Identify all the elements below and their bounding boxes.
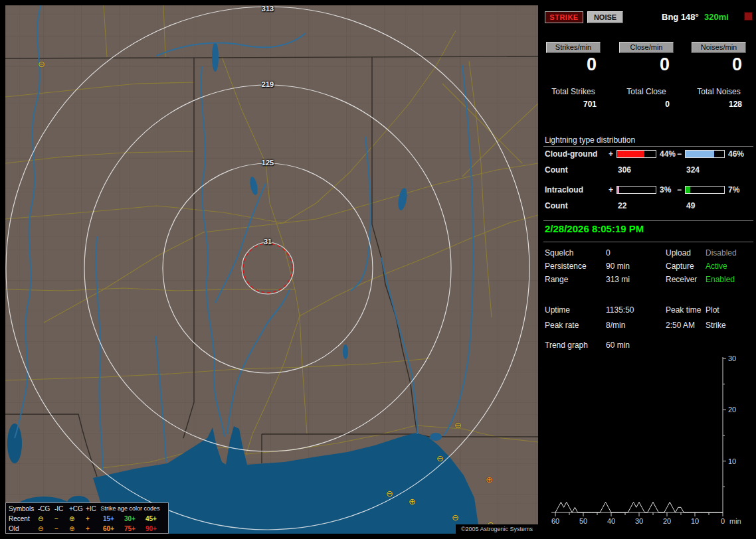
upload-label: Upload <box>666 248 691 258</box>
legend-strike-symbol: ⊕ <box>69 524 74 534</box>
alarm-indicator <box>744 12 753 21</box>
x-tick-label: 20 <box>663 517 671 525</box>
minus-sign: − <box>677 185 682 194</box>
legend-recent-row: Recent⊖−⊕+15+30+45+ <box>6 514 168 524</box>
uptime-value: 1135:50 <box>606 305 634 315</box>
plus-sign: + <box>609 149 613 159</box>
trend-line <box>555 502 723 513</box>
cg-negative-count: 324 <box>686 165 700 175</box>
total-noises-value: 128 <box>692 100 746 109</box>
strikes-per-min-value: 0 <box>546 54 601 74</box>
strike-symbol: ⊕ <box>486 475 493 484</box>
range-ring-label: 125 <box>258 159 277 167</box>
range-ring-label: 219 <box>258 80 277 88</box>
uptime-label: Uptime <box>545 305 570 315</box>
close-per-min-value: 0 <box>619 54 674 74</box>
legend-pos-cg-header: +CG <box>69 504 83 514</box>
total-strikes-value: 701 <box>546 100 601 109</box>
close-per-min-header[interactable]: Close/min <box>619 42 674 53</box>
ic-positive-bar <box>616 186 656 194</box>
x-tick-label: 50 <box>579 517 587 525</box>
cg-negative-pct: 46% <box>728 149 744 159</box>
x-tick-label: 60 <box>551 517 559 525</box>
separator <box>543 146 753 147</box>
bearing-range-readout: 320mi <box>704 13 729 22</box>
ic-negative-bar <box>685 186 725 194</box>
cg-negative-bar <box>685 150 725 158</box>
persistence-label: Persistence <box>545 262 587 271</box>
peak-time-label: Peak time <box>666 305 701 315</box>
legend-age-title: Strike age color codes <box>94 504 167 514</box>
total-strikes-label: Total Strikes <box>546 87 601 96</box>
squelch-label: Squelch <box>545 248 573 258</box>
ic-negative-pct: 7% <box>728 185 739 194</box>
map[interactable]: Symbols -CG -IC +CG +IC Strike age color… <box>5 5 538 534</box>
x-axis-unit: min <box>729 517 741 525</box>
legend-age-code: 15+ <box>103 514 114 524</box>
legend-age-code: 75+ <box>124 524 136 534</box>
y-tick-label: 10 <box>728 457 736 465</box>
legend-row-label: Old <box>9 524 19 534</box>
legend-neg-ic-header: -IC <box>54 504 63 514</box>
strike-symbol: ⊖ <box>386 489 393 498</box>
trend-window-value: 60 min <box>606 341 630 350</box>
plus-sign: + <box>609 185 613 194</box>
squelch-value: 0 <box>606 248 611 258</box>
x-tick-label: 30 <box>635 517 643 525</box>
capture-label: Capture <box>666 262 694 271</box>
ic-positive-count: 22 <box>618 201 626 210</box>
plot-label: Plot <box>706 305 719 315</box>
plot-value: Strike <box>706 321 726 330</box>
noise-button[interactable]: NOISE <box>587 11 623 23</box>
noises-per-min-value: 0 <box>692 54 746 74</box>
legend-strike-symbol: − <box>54 514 58 524</box>
peak-rate-value: 8/min <box>606 321 625 330</box>
ic-count-label: Count <box>545 201 568 210</box>
strikes-per-min-header[interactable]: Strikes/min <box>546 42 601 53</box>
strike-button[interactable]: STRIKE <box>545 11 583 23</box>
legend-strike-symbol: ⊕ <box>69 514 74 524</box>
x-tick-label: 10 <box>691 517 699 525</box>
intracloud-label: Intracloud <box>545 185 583 194</box>
range-value: 313 mi <box>606 275 630 284</box>
bearing-readout: Bng 148° <box>662 13 699 22</box>
total-close-value: 0 <box>619 100 674 109</box>
cg-positive-bar <box>616 150 656 158</box>
cg-positive-pct: 44% <box>660 149 676 159</box>
map-legend: Symbols -CG -IC +CG +IC Strike age color… <box>5 502 169 534</box>
trend-graph: 6050403020100min302010 <box>542 353 756 532</box>
noises-per-min-header[interactable]: Noises/min <box>692 42 746 53</box>
minus-sign: − <box>677 149 682 159</box>
distribution-title: Lightning type distribution <box>545 135 635 145</box>
range-ring-label: 31 <box>258 238 277 246</box>
strike-symbol: ⊖ <box>454 421 462 429</box>
ic-positive-pct: 3% <box>660 185 671 194</box>
separator <box>543 242 753 242</box>
legend-strike-symbol: ⊖ <box>38 524 43 534</box>
legend-age-code: 60+ <box>103 524 114 534</box>
range-label: Range <box>545 275 568 284</box>
legend-row-label: Recent <box>9 514 30 524</box>
trend-graph-label: Trend graph <box>545 341 588 350</box>
legend-neg-cg-header: -CG <box>38 504 50 514</box>
legend-strike-symbol: ⊖ <box>38 514 43 524</box>
receiver-label: Receiver <box>666 275 697 284</box>
x-tick-label: 40 <box>607 517 615 525</box>
datetime-readout: 2/28/2026 8:05:19 PM <box>545 224 644 234</box>
app-window: { "map": { "copyright": "©2005 Astrogeni… <box>0 0 756 539</box>
persistence-value: 90 min <box>606 262 630 271</box>
capture-value: Active <box>706 262 727 271</box>
cg-count-label: Count <box>545 165 568 175</box>
total-close-label: Total Close <box>619 87 674 96</box>
receiver-value: Enabled <box>706 275 735 284</box>
cloud-ground-label: Cloud-ground <box>545 149 597 159</box>
peak-time-value: 2:50 AM <box>666 321 695 330</box>
legend-strike-symbol: + <box>86 524 90 534</box>
side-panel: STRIKE NOISE Bng 148° 320mi Strikes/min … <box>542 5 756 534</box>
separator <box>543 220 753 221</box>
legend-age-code: 30+ <box>124 514 136 524</box>
legend-symbols-header: Symbols <box>9 504 34 514</box>
strike-symbol: ⊕ <box>409 497 416 506</box>
legend-age-code: 90+ <box>145 524 157 534</box>
y-tick-label: 30 <box>728 354 736 362</box>
